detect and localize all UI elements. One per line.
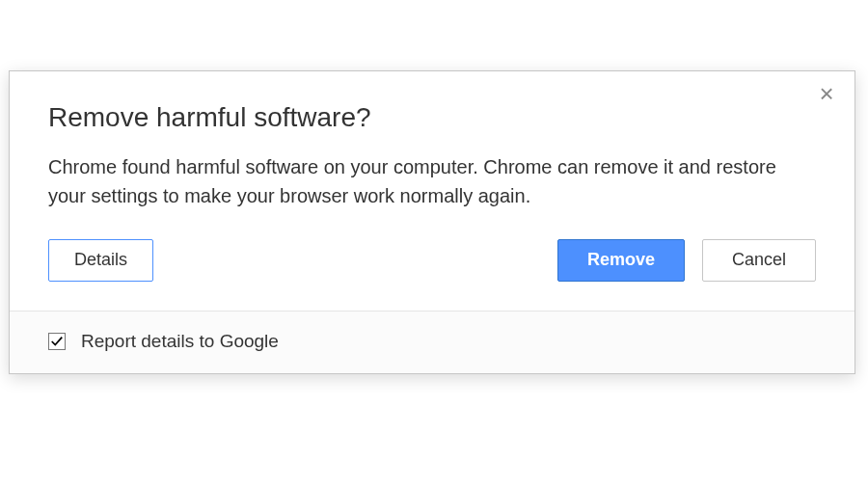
button-row: Details Remove Cancel (48, 239, 816, 282)
report-checkbox[interactable] (48, 333, 66, 350)
dialog-body: × Remove harmful software? Chrome found … (10, 71, 854, 311)
remove-button[interactable]: Remove (557, 239, 685, 282)
close-icon[interactable]: × (816, 85, 837, 106)
harmful-software-dialog: × Remove harmful software? Chrome found … (9, 70, 855, 374)
details-button[interactable]: Details (48, 239, 153, 282)
dialog-footer: Report details to Google (10, 311, 854, 373)
dialog-title: Remove harmful software? (48, 102, 816, 133)
checkmark-icon (50, 335, 64, 348)
report-checkbox-label[interactable]: Report details to Google (81, 331, 279, 352)
dialog-message: Chrome found harmful software on your co… (48, 152, 800, 210)
cancel-button[interactable]: Cancel (702, 239, 816, 282)
